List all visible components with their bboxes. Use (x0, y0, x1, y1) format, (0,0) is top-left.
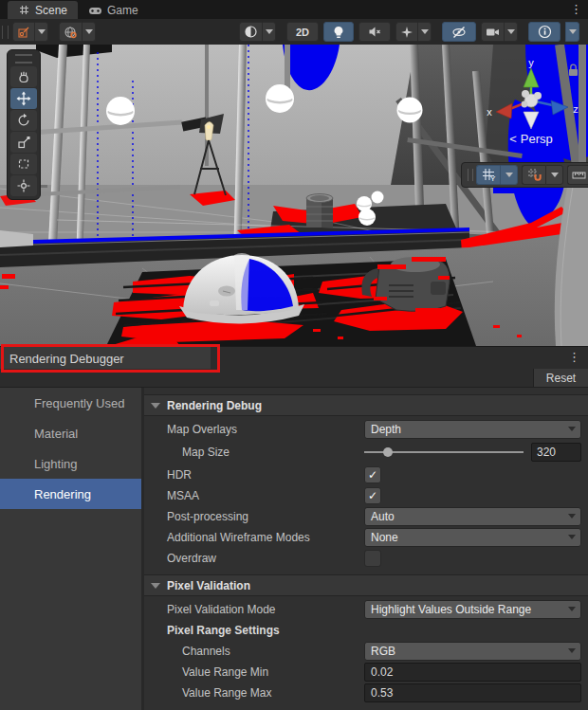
persp-caret-icon: < (509, 132, 517, 146)
section-header-pixel-validation[interactable]: Pixel Validation (144, 574, 588, 596)
z-axis-cone[interactable] (551, 100, 568, 115)
grid-icon: Y (482, 168, 496, 182)
snap-increment-button[interactable] (567, 165, 588, 185)
overlay-drag-handle[interactable] (2, 26, 9, 39)
setting-row-hdr: HDR ✓ (144, 464, 588, 485)
setting-row-map-size: Map Size 320 (144, 440, 588, 464)
setting-row-overdraw: Overdraw (144, 548, 588, 569)
overdraw-checkbox[interactable] (364, 550, 381, 567)
grid-snap-magnet-icon (527, 168, 542, 182)
setting-label: Pixel Range Settings (167, 624, 364, 637)
shading-mode-button[interactable] (239, 22, 262, 42)
map-size-field[interactable]: 320 (531, 443, 581, 462)
setting-label: Map Size (167, 446, 364, 459)
grid-snapping-dropdown[interactable] (545, 165, 563, 185)
scene-camera-dropdown[interactable] (504, 22, 518, 42)
x-axis-cone[interactable] (496, 103, 512, 118)
debugger-toolbar: Reset (0, 369, 588, 388)
paint-bucket (306, 194, 333, 228)
msaa-checkbox[interactable]: ✓ (364, 487, 381, 504)
setting-label: Value Range Min (167, 665, 364, 679)
tools-overlay (7, 49, 41, 200)
setting-label: Post-processing (167, 510, 364, 523)
grid-visibility-dropdown[interactable] (500, 165, 518, 185)
dropdown-arrow-icon (568, 607, 576, 611)
channels-dropdown[interactable]: RGB (364, 642, 581, 661)
front-axis-cone[interactable] (524, 112, 539, 129)
svg-text:Y: Y (490, 174, 496, 183)
sidebar-item-lighting[interactable]: Lighting (0, 448, 141, 479)
move-tool-button[interactable] (10, 88, 37, 109)
section-header-rendering-debug[interactable]: Rendering Debug (144, 394, 588, 416)
dropdown-arrow-icon (568, 427, 576, 431)
tool-handle-position-button[interactable] (12, 22, 34, 42)
tab-game[interactable]: Game (78, 1, 149, 19)
debug-draw-mode-button[interactable] (528, 22, 560, 42)
view-tool-button[interactable] (10, 66, 37, 87)
game-gamepad-icon (88, 5, 102, 16)
rotate-tool-button[interactable] (10, 110, 37, 131)
grid-snap-overlay: Y (461, 162, 588, 188)
slider-thumb[interactable] (383, 447, 393, 457)
rect-tool-button[interactable] (10, 154, 37, 174)
chevron-down-icon (507, 29, 515, 34)
post-processing-dropdown[interactable]: Auto (364, 507, 581, 526)
tool-handle-rotation-dropdown[interactable] (82, 22, 96, 42)
pixel-validation-mode-dropdown[interactable]: Highlight Values Outside Range (364, 600, 581, 619)
hdr-checkbox[interactable]: ✓ (364, 466, 381, 483)
additional-wireframe-modes-dropdown[interactable]: None (364, 528, 581, 547)
setting-row-additional-wireframe-modes: Additional Wireframe Modes None (144, 527, 588, 548)
scale-tool-button[interactable] (10, 132, 37, 153)
2d-mode-toggle[interactable]: 2D (286, 22, 319, 42)
grid-snapping-button[interactable] (522, 165, 545, 185)
axis-label-y: y (528, 57, 534, 68)
rendering-debugger-tab[interactable]: Rendering Debugger (0, 347, 211, 370)
chevron-down-icon (505, 173, 513, 177)
unity-editor-window: Scene Game ⋮ 2D (0, 0, 588, 710)
check-icon: ✓ (368, 490, 377, 501)
sidebar-item-material[interactable]: Material (0, 418, 141, 448)
map-size-slider[interactable] (364, 446, 524, 459)
sidebar-item-frequently-used[interactable]: Frequently Used (0, 388, 141, 418)
hand-icon (16, 69, 31, 84)
transform-icon (16, 178, 31, 193)
scene-viewport[interactable]: y x z <Persp Y (0, 45, 588, 346)
sidebar-item-rendering[interactable]: Rendering (0, 479, 141, 509)
tab-scene-label: Scene (35, 4, 67, 17)
dropdown-arrow-icon (568, 535, 576, 539)
camera-icon (486, 27, 500, 38)
debug-draw-mode-dropdown[interactable] (565, 22, 579, 42)
setting-row-value-range-min: Value Range Min 0.02 (144, 662, 588, 683)
reset-button[interactable]: Reset (533, 369, 588, 387)
overlay-drag-handle[interactable] (468, 169, 473, 181)
projection-label[interactable]: <Persp (479, 132, 583, 146)
overlay-drag-handle[interactable] (15, 54, 32, 64)
shading-mode-dropdown[interactable] (262, 22, 276, 42)
debugger-content: Rendering Debug Map Overlays Depth Map S… (144, 388, 588, 710)
scene-lighting-toggle[interactable] (323, 22, 354, 42)
tool-handle-position-dropdown[interactable] (34, 22, 48, 42)
map-overlays-dropdown[interactable]: Depth (364, 420, 581, 439)
value-range-min-field[interactable]: 0.02 (364, 663, 581, 682)
lock-icon[interactable] (569, 64, 578, 76)
setting-row-pixel-validation-mode: Pixel Validation Mode Highlight Values O… (144, 599, 588, 620)
scene-effects-dropdown[interactable] (417, 22, 432, 42)
grid-visibility-button[interactable]: Y (476, 165, 500, 185)
debugger-menu-button[interactable]: ⋮ (568, 350, 580, 364)
tab-scene[interactable]: Scene (8, 1, 78, 19)
value-range-max-field[interactable]: 0.53 (364, 683, 581, 702)
scene-camera-button[interactable] (481, 22, 504, 42)
chevron-down-icon (266, 29, 273, 34)
chevron-down-icon (551, 173, 559, 177)
chevron-down-icon (569, 29, 577, 34)
debugger-sidebar: Frequently Used Material Lighting Render… (0, 388, 144, 710)
scene-effects-button[interactable] (395, 22, 417, 42)
audio-muted-icon (368, 26, 381, 38)
window-menu-button[interactable]: ⋮ (570, 1, 582, 18)
transform-tool-button[interactable] (10, 175, 37, 196)
tool-handle-rotation-button[interactable] (59, 22, 82, 42)
scene-audio-toggle[interactable] (358, 22, 391, 42)
y-axis-cone[interactable] (524, 68, 539, 87)
dropdown-arrow-icon (568, 648, 576, 653)
scene-visibility-toggle[interactable] (442, 22, 476, 42)
